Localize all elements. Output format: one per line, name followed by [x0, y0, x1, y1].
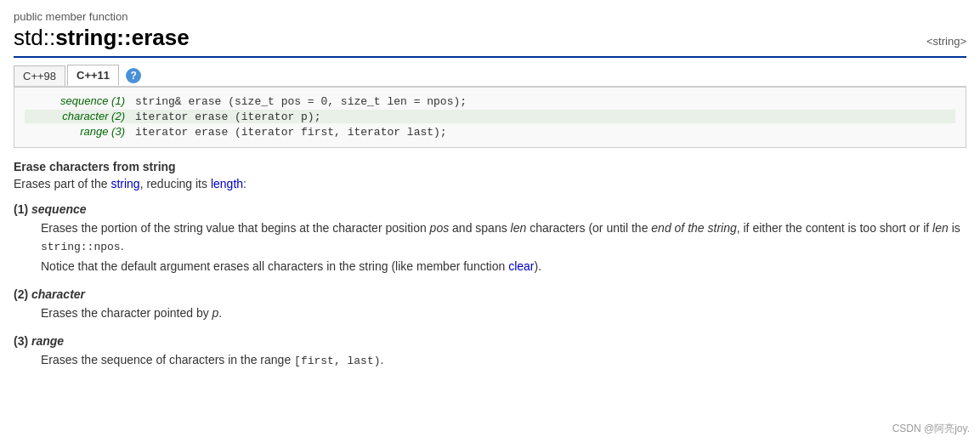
watermark: CSDN @阿亮joy. — [892, 422, 970, 436]
top-divider — [14, 56, 966, 58]
section-range: (3) range Erases the sequence of charact… — [14, 334, 966, 370]
section-character: (2) character Erases the character point… — [14, 287, 966, 322]
length-link[interactable]: length — [211, 177, 243, 190]
code-label-sequence: sequence (1) — [25, 94, 135, 107]
code-box: sequence (1) string& erase (size_t pos =… — [14, 87, 966, 148]
tab-cpp11[interactable]: C++11 — [67, 65, 119, 86]
section-sequence-p2: Notice that the default argument erases … — [41, 258, 966, 275]
section-sequence: (1) sequence Erases the portion of the s… — [14, 202, 966, 275]
section-range-p1: Erases the sequence of characters in the… — [41, 351, 966, 370]
section-range-title: (3) range — [14, 334, 966, 348]
public-member-label: public member function — [14, 10, 966, 23]
help-icon[interactable]: ? — [126, 68, 141, 83]
code-text-character: iterator erase (iterator p); — [135, 111, 320, 123]
description-intro: Erases part of the string, reducing its … — [14, 177, 966, 190]
code-line-character: character (2) iterator erase (iterator p… — [25, 110, 955, 123]
section-range-desc: Erases the sequence of characters in the… — [41, 351, 966, 370]
code-text-range: iterator erase (iterator first, iterator… — [135, 126, 447, 139]
function-name: string::erase — [55, 25, 190, 50]
code-label-range: range (3) — [25, 125, 135, 138]
tabs-row: C++98 C++11 ? — [14, 65, 966, 87]
clear-link[interactable]: clear — [508, 259, 534, 273]
section-sequence-name: sequence — [31, 202, 87, 216]
section-sequence-title: (1) sequence — [14, 202, 966, 216]
section-character-title: (2) character — [14, 287, 966, 301]
section-character-name: character — [31, 287, 85, 301]
code-text-sequence: string& erase (size_t pos = 0, size_t le… — [135, 95, 467, 108]
description-title: Erase characters from string — [14, 160, 966, 173]
code-label-character: character (2) — [25, 110, 135, 122]
string-tag: <string> — [926, 35, 966, 48]
section-sequence-desc: Erases the portion of the string value t… — [41, 219, 966, 275]
tab-cpp98[interactable]: C++98 — [14, 65, 65, 86]
section-character-p1: Erases the character pointed by p. — [41, 304, 966, 322]
section-character-desc: Erases the character pointed by p. — [41, 304, 966, 322]
code-line-sequence: sequence (1) string& erase (size_t pos =… — [25, 94, 955, 108]
page-title: std::string::erase — [14, 25, 190, 51]
string-link[interactable]: string — [110, 177, 139, 190]
code-line-range: range (3) iterator erase (iterator first… — [25, 125, 955, 139]
namespace-text: std:: — [14, 25, 55, 50]
section-range-name: range — [31, 334, 64, 348]
section-sequence-p1: Erases the portion of the string value t… — [41, 219, 966, 256]
description-section: Erase characters from string Erases part… — [14, 160, 966, 190]
